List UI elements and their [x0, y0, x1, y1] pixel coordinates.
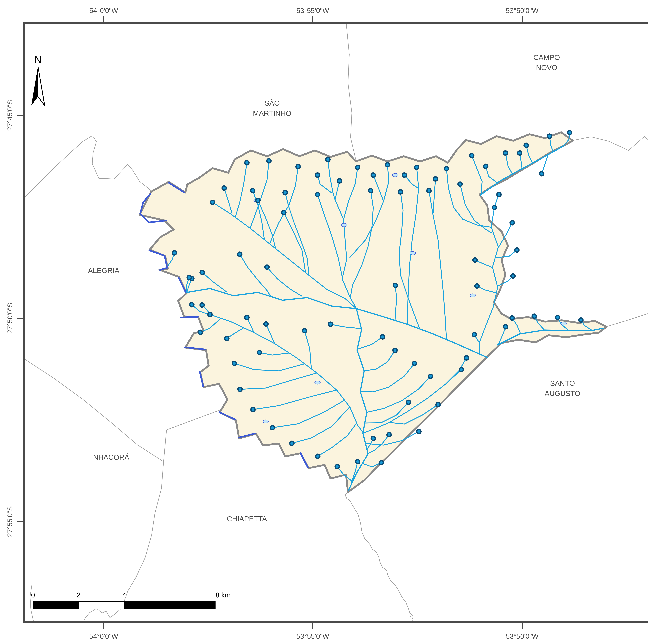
- spring-dot: [251, 189, 255, 193]
- tick-label-left: 27°55'0"S: [6, 506, 14, 537]
- spring-dot: [303, 329, 307, 333]
- neighbor-boundary-line: [645, 136, 648, 178]
- water-body: [315, 381, 320, 384]
- spring-dot: [187, 276, 191, 280]
- spring-dot: [316, 454, 320, 458]
- spring-dot: [211, 200, 215, 204]
- spring-dot: [256, 198, 260, 202]
- neighbor-boundary-line: [25, 136, 152, 197]
- neighbor-label: SÃO: [265, 99, 280, 107]
- spring-dot: [484, 164, 488, 168]
- spring-dot: [200, 303, 204, 307]
- spring-dot: [200, 270, 204, 275]
- spring-dot: [555, 315, 559, 319]
- tick-label-bottom: 53°50'0"W: [506, 632, 538, 640]
- tick-label-top: 53°55'0"W: [296, 7, 329, 14]
- map-canvas[interactable]: CAMPONOVOSÃOMARTINHOALEGRIASANTOAUGUSTOI…: [0, 0, 648, 644]
- spring-dot: [547, 134, 552, 138]
- neighbor-boundary-line: [607, 312, 648, 327]
- spring-dot: [315, 173, 320, 177]
- water-body: [392, 174, 398, 177]
- neighbor-label: CHIAPETTA: [227, 515, 267, 523]
- spring-dot: [245, 315, 249, 319]
- scale-label: 4: [122, 591, 126, 599]
- spring-dot: [472, 333, 476, 337]
- water-body: [410, 251, 416, 255]
- spring-dot: [510, 221, 514, 225]
- water-body: [341, 223, 347, 227]
- spring-dot: [371, 173, 375, 177]
- north-label: N: [35, 54, 42, 65]
- tick-label-bottom: 54°0'0"W: [89, 632, 118, 640]
- spring-dot: [568, 131, 572, 135]
- spring-dot: [315, 192, 320, 197]
- scale-seg: [33, 601, 79, 609]
- neighbor-label: MARTINHO: [253, 109, 291, 117]
- spring-dot: [524, 143, 528, 147]
- tick-label-top: 54°0'0"W: [89, 7, 118, 14]
- spring-dot: [371, 436, 375, 440]
- spring-dot: [198, 330, 202, 334]
- spring-dot: [415, 165, 419, 169]
- spring-dot: [444, 166, 448, 171]
- neighbor-boundary-line: [574, 134, 648, 150]
- spring-dot: [470, 154, 474, 158]
- water-body: [263, 420, 269, 423]
- neighbor-label: SANTO: [550, 379, 575, 387]
- spring-dot: [436, 402, 440, 407]
- spring-dot: [245, 161, 249, 165]
- neighbor-label: ALEGRIA: [88, 266, 119, 275]
- spring-dot: [337, 179, 342, 183]
- spring-dot: [282, 211, 286, 215]
- spring-dot: [402, 173, 407, 177]
- spring-dot: [379, 461, 383, 465]
- spring-dot: [264, 322, 268, 326]
- north-arrow-left: [31, 66, 38, 106]
- spring-dot: [459, 367, 464, 372]
- spring-dot: [283, 191, 287, 195]
- wide-river: [180, 317, 198, 317]
- scale-bar: 0248 km: [31, 591, 231, 609]
- spring-dot: [270, 426, 274, 430]
- spring-dot: [356, 459, 360, 464]
- spring-dot: [417, 430, 421, 434]
- spring-dot: [238, 252, 242, 256]
- neighbor-boundary-line: [346, 24, 356, 161]
- spring-dot: [504, 325, 508, 329]
- water-body: [470, 294, 476, 297]
- spring-dot: [465, 356, 469, 360]
- spring-dot: [511, 274, 515, 278]
- spring-dot: [385, 163, 390, 167]
- scale-label: 8 km: [216, 591, 231, 599]
- spring-dot: [326, 157, 330, 161]
- tick-label-bottom: 53°55'0"W: [296, 632, 329, 640]
- spring-dot: [208, 312, 212, 316]
- spring-dot: [335, 464, 339, 469]
- spring-dot: [579, 318, 583, 322]
- spring-dot: [225, 336, 229, 341]
- water-body: [561, 322, 566, 325]
- spring-dot: [497, 192, 501, 197]
- spring-dot: [232, 361, 236, 365]
- neighbor-boundary-line: [83, 408, 224, 623]
- north-arrow-right: [38, 66, 45, 106]
- north-arrow-icon: N: [31, 54, 45, 106]
- spring-dot: [433, 177, 437, 181]
- neighbor-label: INHACORÁ: [91, 453, 129, 461]
- spring-dot: [172, 251, 176, 255]
- spring-dot: [492, 205, 496, 209]
- neighbor-label: CAMPO: [533, 53, 560, 61]
- neighbor-label: AUGUSTO: [545, 389, 580, 397]
- page: CAMPONOVOSÃOMARTINHOALEGRIASANTOAUGUSTOI…: [0, 0, 648, 644]
- spring-dot: [393, 348, 397, 352]
- spring-dot: [328, 322, 333, 326]
- spring-dot: [458, 182, 462, 186]
- spring-dot: [518, 151, 522, 155]
- neighbor-boundary-line: [345, 492, 414, 623]
- tick-label-left: 27°45'0"S: [6, 100, 14, 131]
- neighbor-boundary-line: [25, 359, 164, 462]
- spring-dot: [296, 164, 300, 169]
- spring-dot: [473, 258, 477, 262]
- spring-dot: [428, 374, 433, 379]
- spring-dot: [251, 407, 255, 412]
